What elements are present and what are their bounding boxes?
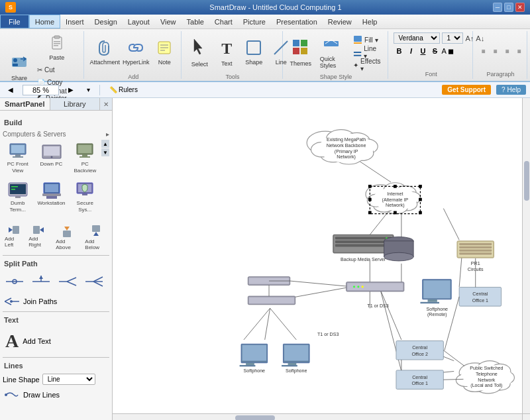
menu-insert[interactable]: Insert <box>60 15 89 28</box>
svg-rect-17 <box>301 40 307 46</box>
add-text-row[interactable]: A Add Text <box>3 328 109 354</box>
arrow-row: Add Left Add Right Add Above <box>3 222 109 252</box>
fill-button[interactable]: Fill ▾ <box>350 34 384 46</box>
svg-rect-39 <box>11 189 15 190</box>
effects-button[interactable]: ✦ Effects ▾ <box>350 59 384 71</box>
split3-item[interactable] <box>56 272 80 291</box>
menu-file[interactable]: File <box>0 15 29 28</box>
paste-button[interactable]: Paste <box>34 32 80 63</box>
split-path-title: Split Path <box>3 258 109 269</box>
rulers-icon: 📏 <box>109 86 117 93</box>
split4-item[interactable] <box>82 272 106 291</box>
attachment-button[interactable]: Attachment <box>89 32 120 72</box>
library-tab[interactable]: Library <box>50 98 101 110</box>
vertical-scrollbar[interactable] <box>522 98 530 413</box>
hyperlink-button[interactable]: HyperLink <box>122 32 150 72</box>
secure-sys-item[interactable]: Secure Sys... <box>70 179 100 215</box>
central-office1-bottom-shape: Central Office 1 <box>396 370 443 390</box>
menu-view[interactable]: View <box>155 15 182 28</box>
bold-button[interactable]: B <box>394 46 404 56</box>
note-button[interactable]: Note <box>152 32 177 72</box>
svg-line-80 <box>270 308 297 340</box>
select-button[interactable]: Select <box>187 32 212 72</box>
rulers-button[interactable]: 📏 Rulers <box>105 85 142 95</box>
toolbar-separator <box>99 85 100 95</box>
strikethrough-button[interactable]: S <box>429 46 440 56</box>
font-color-icon[interactable]: A <box>441 47 446 55</box>
menu-chart[interactable]: Chart <box>209 15 238 28</box>
cut-icon: ✂ <box>37 66 42 74</box>
split1-item[interactable] <box>3 272 26 291</box>
menu-help[interactable]: Help <box>357 15 383 28</box>
help-button[interactable]: ? Help <box>496 85 526 95</box>
add-below-button[interactable]: Add Below <box>83 222 109 252</box>
shape-button[interactable]: Shape <box>241 32 266 72</box>
cut-button[interactable]: ✂ Cut <box>34 64 80 76</box>
cloud2-shape[interactable]: Internet (Alternate IP Network) <box>366 183 422 215</box>
menu-table[interactable]: Table <box>182 15 209 28</box>
vertical-scrollbar-thumb[interactable] <box>524 161 529 201</box>
split2-item[interactable] <box>29 272 53 291</box>
pc-front-item[interactable]: PC Front View <box>3 140 32 176</box>
font-name-select[interactable]: Verdana <box>394 32 440 44</box>
add-right-button[interactable]: Add Right <box>26 222 51 252</box>
computers-grid: PC Front View Down PC <box>3 140 109 215</box>
fill-icon <box>353 35 362 44</box>
svg-rect-47 <box>82 193 87 195</box>
justify-button[interactable]: ≡ <box>514 45 525 57</box>
add-above-button[interactable]: Add Above <box>54 222 80 252</box>
menu-presentation[interactable]: Presentation <box>271 15 323 28</box>
smartpanel-tab[interactable]: SmartPanel <box>0 98 50 110</box>
zoom-in-button[interactable]: ▶ <box>64 85 78 95</box>
horizontal-scrollbar[interactable] <box>113 413 522 420</box>
panel-close-button[interactable]: ✕ <box>100 98 112 110</box>
text-tool-button[interactable]: T Text <box>214 32 239 72</box>
align-center-button[interactable]: ≡ <box>490 45 501 57</box>
menu-picture[interactable]: Picture <box>238 15 271 28</box>
line-shape-select[interactable]: Line Curved Orthogonal <box>42 374 95 385</box>
get-support-button[interactable]: Get Support <box>442 85 491 95</box>
align-left-button[interactable]: ≡ <box>478 45 489 57</box>
select-label: Select <box>191 61 208 68</box>
zoom-out-button[interactable]: ◀ <box>4 85 17 95</box>
svg-line-194 <box>443 350 464 366</box>
join-paths-row[interactable]: Join Paths <box>3 294 109 309</box>
font-grow-icon[interactable]: A↑ <box>465 34 474 42</box>
font-size-select[interactable]: 10 <box>442 32 463 44</box>
menu-layout[interactable]: Layout <box>123 15 155 28</box>
computers-servers-expand[interactable]: ▸ <box>106 131 109 138</box>
highlight-icon[interactable]: ◼ <box>448 47 454 56</box>
zoom-dropdown-button[interactable]: ▾ <box>83 85 94 95</box>
menu-home[interactable]: Home <box>29 15 60 28</box>
themes-icon <box>291 38 311 59</box>
menu-review[interactable]: Review <box>323 15 357 28</box>
svg-point-72 <box>5 394 7 396</box>
add-group-content: Attachment HyperLink <box>89 32 177 72</box>
add-left-button[interactable]: Add Left <box>3 222 24 252</box>
quick-styles-icon <box>323 36 340 54</box>
panel-scroll-up[interactable]: ▲ <box>101 140 109 148</box>
svg-rect-54 <box>92 225 100 232</box>
pc-backview-item[interactable]: PC Backview <box>70 140 100 176</box>
close-button[interactable]: ✕ <box>515 3 525 12</box>
draw-lines-row[interactable]: Draw Lines <box>3 388 109 402</box>
canvas-area[interactable]: Existing MegaPath Network Backbone (Prim… <box>113 98 530 420</box>
down-pc-item[interactable]: Down PC <box>35 140 67 176</box>
add-above-label: Add Above <box>56 238 78 250</box>
menu-design[interactable]: Design <box>89 15 123 28</box>
svg-text:Network Backbone: Network Backbone <box>327 143 366 148</box>
horizontal-scrollbar-thumb[interactable] <box>235 415 275 421</box>
svg-rect-180 <box>459 246 492 248</box>
quick-styles-button[interactable]: Quick Styles <box>315 32 348 72</box>
align-right-button[interactable]: ≡ <box>502 45 513 57</box>
italic-button[interactable]: I <box>405 46 416 56</box>
panel-scroll-down[interactable]: ▼ <box>101 148 109 156</box>
share-button[interactable]: Share <box>7 47 32 87</box>
dumb-term-item[interactable]: Dumb Term... <box>3 179 32 215</box>
workstation-item[interactable]: Workstation <box>35 179 67 215</box>
underline-button[interactable]: U <box>417 46 428 56</box>
line-style-button[interactable]: Line ▾ <box>350 46 384 58</box>
minimize-button[interactable]: ─ <box>493 3 502 12</box>
themes-button[interactable]: Themes <box>288 32 313 72</box>
maximize-button[interactable]: □ <box>504 3 513 12</box>
